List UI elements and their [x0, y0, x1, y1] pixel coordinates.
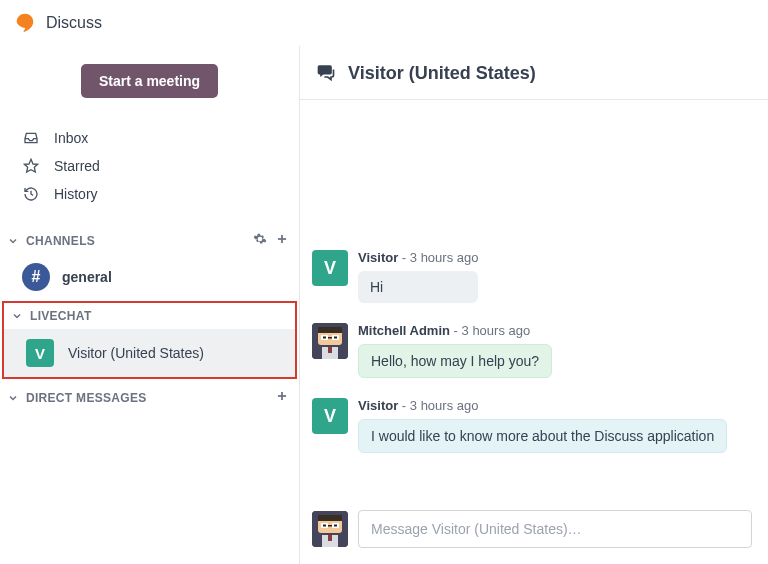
svg-rect-17 [318, 515, 342, 521]
svg-marker-0 [24, 159, 37, 172]
chat-header: Visitor (United States) [300, 46, 768, 100]
message-row: V Visitor - 3 hours ago Hi [312, 250, 752, 303]
section-label: Direct Messages [26, 391, 269, 405]
inbox-icon [22, 130, 40, 146]
message-author: Visitor [358, 398, 398, 413]
section-livechat-header[interactable]: Livechat [4, 303, 295, 329]
message-timestamp: - 3 hours ago [454, 323, 531, 338]
avatar [312, 323, 348, 359]
visitor-avatar: V [26, 339, 54, 367]
nav-label: History [54, 186, 98, 202]
message-bubble: Hi [358, 271, 478, 303]
composer [300, 500, 768, 564]
main-nav: Inbox Starred History [0, 118, 299, 226]
channel-item-general[interactable]: # general [0, 255, 299, 299]
message-meta: Mitchell Admin - 3 hours ago [358, 323, 552, 338]
channel-label: general [62, 269, 112, 285]
hash-icon: # [22, 263, 50, 291]
sidebar: Start a meeting Inbox Starred [0, 46, 300, 564]
message-row: V Visitor - 3 hours ago I would like to … [312, 398, 752, 453]
section-label: Channels [26, 234, 247, 248]
plus-icon[interactable] [275, 232, 289, 249]
svg-rect-14 [328, 347, 332, 353]
chat-panel: Visitor (United States) V Visitor - 3 ho… [300, 46, 768, 564]
message-author: Mitchell Admin [358, 323, 450, 338]
section-channels-header[interactable]: Channels [0, 226, 299, 255]
topbar: Discuss [0, 0, 768, 46]
livechat-item-label: Visitor (United States) [68, 345, 204, 361]
start-meeting-button[interactable]: Start a meeting [81, 64, 218, 98]
svg-rect-10 [328, 337, 332, 339]
message-author: Visitor [358, 250, 398, 265]
app-title: Discuss [46, 14, 102, 32]
app-logo-icon [14, 12, 36, 34]
message-timestamp: - 3 hours ago [402, 398, 479, 413]
message-row: Mitchell Admin - 3 hours ago Hello, how … [312, 323, 752, 378]
nav-starred[interactable]: Starred [14, 152, 285, 180]
gear-icon[interactable] [253, 232, 267, 249]
svg-rect-24 [328, 535, 332, 541]
svg-rect-21 [323, 525, 326, 527]
history-icon [22, 186, 40, 202]
livechat-highlight-box: Livechat V Visitor (United States) [2, 301, 297, 379]
avatar: V [312, 398, 348, 434]
svg-rect-11 [323, 337, 326, 339]
nav-history[interactable]: History [14, 180, 285, 208]
section-direct-header[interactable]: Direct Messages [0, 383, 299, 412]
message-bubble: Hello, how may I help you? [358, 344, 552, 378]
chevron-down-icon [6, 392, 20, 404]
message-bubble: I would like to know more about the Disc… [358, 419, 727, 453]
nav-label: Inbox [54, 130, 88, 146]
composer-avatar [312, 511, 348, 547]
chevron-down-icon [6, 235, 20, 247]
svg-rect-12 [334, 337, 337, 339]
message-meta: Visitor - 3 hours ago [358, 398, 727, 413]
svg-rect-20 [328, 525, 332, 527]
svg-rect-7 [318, 327, 342, 333]
message-input[interactable] [358, 510, 752, 548]
chevron-down-icon [10, 310, 24, 322]
svg-rect-22 [334, 525, 337, 527]
nav-inbox[interactable]: Inbox [14, 124, 285, 152]
livechat-item-visitor[interactable]: V Visitor (United States) [4, 329, 295, 377]
section-label: Livechat [30, 309, 285, 323]
star-icon [22, 158, 40, 174]
avatar: V [312, 250, 348, 286]
message-meta: Visitor - 3 hours ago [358, 250, 478, 265]
message-list: V Visitor - 3 hours ago Hi [300, 100, 768, 500]
plus-icon[interactable] [275, 389, 289, 406]
chat-title: Visitor (United States) [348, 63, 536, 84]
chat-bubbles-icon [316, 62, 336, 85]
nav-label: Starred [54, 158, 100, 174]
message-timestamp: - 3 hours ago [402, 250, 479, 265]
